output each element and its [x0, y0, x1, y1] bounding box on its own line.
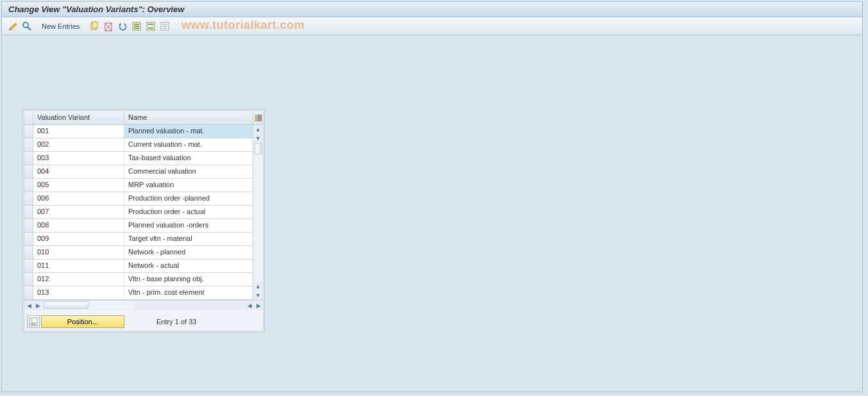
vscroll-thumb[interactable]	[255, 143, 262, 154]
row-selector[interactable]	[24, 273, 33, 286]
row-selector[interactable]	[24, 179, 33, 192]
cell-name[interactable]: Vltn - prim. cost element	[124, 286, 253, 299]
cell-variant[interactable]: 008	[33, 219, 124, 232]
cell-variant[interactable]: 009	[33, 233, 124, 245]
row-selector[interactable]	[24, 206, 33, 219]
cell-variant[interactable]: 013	[33, 286, 124, 299]
deselect-all-icon[interactable]	[159, 21, 171, 32]
cell-variant[interactable]: 002	[33, 138, 124, 151]
toggle-display-icon[interactable]	[7, 21, 19, 32]
hscroll-right-small-icon[interactable]: ▶	[33, 301, 42, 310]
table-row[interactable]: 013Vltn - prim. cost element	[24, 286, 253, 300]
cell-name[interactable]: Vltn - base planning obj.	[124, 273, 253, 286]
content-area: Valuation Variant Name 001Planned valuat…	[2, 35, 862, 390]
vertical-scrollbar[interactable]: ▲ ▼ ▲ ▼	[253, 125, 263, 300]
row-selector[interactable]	[24, 260, 33, 272]
hscroll-track-left[interactable]	[44, 301, 135, 309]
select-all-icon[interactable]	[131, 21, 142, 32]
delete-icon[interactable]	[103, 21, 114, 32]
row-selector[interactable]	[24, 165, 33, 178]
select-block-icon[interactable]	[145, 21, 156, 32]
position-button[interactable]: Position...	[41, 315, 124, 328]
svg-rect-20	[258, 115, 260, 121]
col-header-variant[interactable]: Valuation Variant	[33, 111, 124, 124]
cell-variant[interactable]: 004	[33, 165, 124, 178]
cell-name[interactable]: Planned valuation -orders	[124, 219, 253, 232]
table-row[interactable]: 002Current valuation - mat.	[24, 138, 253, 152]
cell-variant[interactable]: 010	[33, 246, 124, 259]
copy-as-icon[interactable]	[88, 21, 100, 32]
cell-variant[interactable]: 012	[33, 273, 124, 286]
cell-name[interactable]: Planned valuation - mat.	[124, 125, 253, 138]
svg-rect-10	[134, 26, 139, 27]
table-row[interactable]: 008Planned valuation -orders	[24, 219, 253, 233]
scroll-up-icon[interactable]: ▲	[254, 125, 263, 134]
grid-inner: Valuation Variant Name 001Planned valuat…	[24, 110, 263, 331]
scroll-down-small-icon[interactable]: ▼	[254, 134, 263, 143]
grid-header: Valuation Variant Name	[24, 111, 263, 125]
table-row[interactable]: 004Commercial valuation	[24, 165, 253, 179]
row-selector[interactable]	[24, 233, 33, 245]
find-icon[interactable]	[21, 21, 33, 32]
scroll-down-icon[interactable]: ▼	[254, 291, 263, 300]
watermark: www.tutorialkart.com	[181, 19, 305, 32]
hscroll-thumb[interactable]	[44, 301, 88, 309]
table-row[interactable]: 003Tax-based valuation	[24, 152, 253, 165]
cell-name[interactable]: Target vltn - material	[124, 233, 253, 245]
svg-line-1	[28, 27, 31, 30]
cell-variant[interactable]: 003	[33, 152, 124, 165]
svg-rect-25	[31, 324, 36, 326]
svg-rect-9	[134, 24, 139, 25]
row-selector[interactable]	[24, 152, 33, 165]
cell-name[interactable]: Production order -planned	[124, 192, 253, 205]
svg-rect-19	[255, 115, 257, 121]
table-row[interactable]: 007Production order - actual	[24, 206, 253, 219]
row-selector[interactable]	[24, 125, 33, 138]
row-selector-header[interactable]	[24, 111, 33, 124]
row-selector[interactable]	[24, 192, 33, 205]
app-window: Change View "Valuation Variants": Overvi…	[1, 1, 863, 392]
hscroll-left2-icon[interactable]: ◀	[245, 301, 254, 310]
horizontal-scrollbar[interactable]: ◀ ▶ ◀ ▶	[24, 300, 263, 310]
position-icon[interactable]	[27, 315, 40, 328]
undo-change-icon[interactable]	[117, 21, 128, 32]
configure-columns-icon[interactable]	[253, 111, 263, 124]
cell-variant[interactable]: 007	[33, 206, 124, 219]
cell-name[interactable]: MRP valuation	[124, 179, 253, 192]
cell-variant[interactable]: 005	[33, 179, 124, 192]
svg-rect-21	[260, 115, 262, 121]
cell-name[interactable]: Commercial valuation	[124, 165, 253, 178]
table-row[interactable]: 005MRP valuation	[24, 179, 253, 192]
new-entries-button[interactable]: New Entries	[38, 21, 83, 31]
hscroll-left-icon[interactable]: ◀	[24, 301, 33, 310]
table-row[interactable]: 009Target vltn - material	[24, 233, 253, 246]
cell-name[interactable]: Production order - actual	[124, 206, 253, 219]
cell-name[interactable]: Network - actual	[124, 260, 253, 272]
row-selector[interactable]	[24, 219, 33, 232]
row-selector[interactable]	[24, 138, 33, 151]
row-selector[interactable]	[24, 286, 33, 299]
svg-rect-23	[31, 319, 33, 321]
row-selector[interactable]	[24, 246, 33, 259]
vscroll-track[interactable]	[254, 143, 263, 282]
cell-variant[interactable]: 011	[33, 260, 124, 272]
table-row[interactable]: 006Production order -planned	[24, 192, 253, 206]
grid-panel: Valuation Variant Name 001Planned valuat…	[22, 109, 265, 333]
scroll-up-small-icon[interactable]: ▲	[254, 282, 263, 291]
grid-footer: Position... Entry 1 of 33	[24, 310, 263, 331]
svg-rect-24	[31, 322, 36, 324]
col-header-name[interactable]: Name	[124, 111, 253, 124]
cell-variant[interactable]: 006	[33, 192, 124, 205]
cell-name[interactable]: Tax-based valuation	[124, 152, 253, 165]
table-row[interactable]: 012Vltn - base planning obj.	[24, 273, 253, 286]
table-row[interactable]: 011Network - actual	[24, 260, 253, 273]
grid-rows: 001Planned valuation - mat.002Current va…	[24, 125, 253, 300]
cell-variant[interactable]: 001	[33, 125, 124, 138]
svg-rect-3	[92, 22, 97, 28]
cell-name[interactable]: Current valuation - mat.	[124, 138, 253, 151]
table-row[interactable]: 010Network - planned	[24, 246, 253, 260]
table-row[interactable]: 001Planned valuation - mat.	[24, 125, 253, 138]
hscroll-right-icon[interactable]: ▶	[254, 301, 263, 310]
cell-name[interactable]: Network - planned	[124, 246, 253, 259]
grid-body: 001Planned valuation - mat.002Current va…	[24, 125, 263, 300]
